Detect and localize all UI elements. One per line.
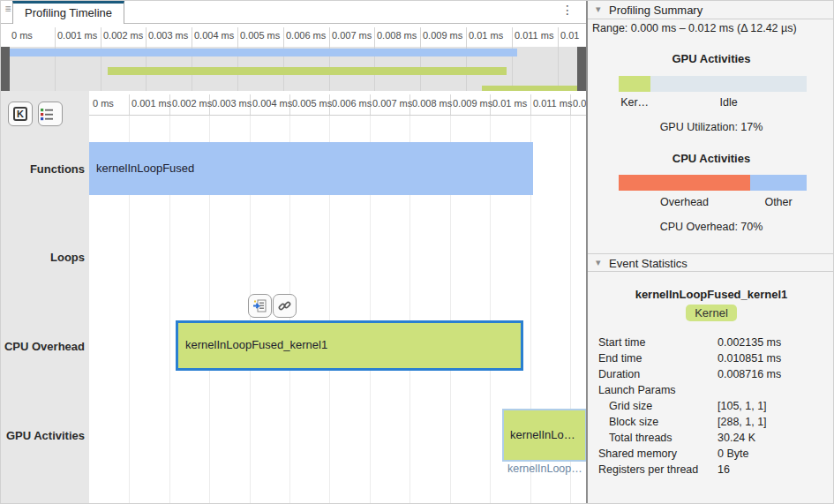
cpu-activities-title: CPU Activities bbox=[588, 152, 834, 165]
ruler-tick-label: 0.003 ms bbox=[148, 30, 188, 41]
summary-panel: ▾ Profiling Summary Range: 0.000 ms – 0.… bbox=[588, 1, 834, 504]
stat-label: Grid size bbox=[609, 400, 652, 412]
kebab-menu-icon[interactable]: ⋮ bbox=[560, 2, 575, 18]
event-statistics-title: Event Statistics bbox=[609, 257, 687, 270]
gpu-activities-bar bbox=[619, 76, 807, 92]
cpu-segment-labels: Overhead Other bbox=[619, 196, 807, 208]
stat-value: 0.008716 ms bbox=[718, 368, 781, 380]
stat-label: End time bbox=[598, 352, 642, 365]
gpu-segment-labels: Ker… Idle bbox=[619, 96, 807, 109]
gpu-activities-title: GPU Activities bbox=[588, 52, 834, 65]
stat-label: Total threads bbox=[609, 432, 672, 444]
ruler-tick-label: 0.008 ms bbox=[412, 98, 452, 109]
cpu-overhead-bar-selected[interactable]: kernelInLoopFused_kernel1 bbox=[176, 320, 523, 371]
gpu-kernel-label: Ker… bbox=[619, 96, 650, 109]
ruler-tick-label: 0.011 ms bbox=[515, 30, 553, 41]
colored-list-icon bbox=[39, 106, 55, 122]
row-label-functions: Functions bbox=[1, 162, 85, 176]
ruler-tick-label: 0.009 ms bbox=[453, 98, 492, 109]
stat-row: End time0.010851 ms bbox=[588, 352, 834, 368]
row-label-loops: Loops bbox=[1, 251, 85, 264]
range-handle-left[interactable] bbox=[1, 47, 10, 91]
ruler-tick-label: 0.01 bbox=[560, 30, 579, 41]
ruler-tick-label: 0.008 ms bbox=[377, 30, 417, 41]
ruler-tick-label: 0.001 ms bbox=[57, 30, 97, 41]
panel-divider[interactable] bbox=[586, 1, 588, 504]
stat-row: Launch Params bbox=[588, 384, 834, 400]
ruler-tick-label: 0.005 ms bbox=[292, 98, 332, 109]
stat-row: Block size[288, 1, 1] bbox=[588, 416, 834, 432]
stat-row: Shared memory0 Byte bbox=[588, 448, 834, 463]
ruler-tick-label: 0.005 ms bbox=[240, 30, 280, 41]
collapse-icon: ▾ bbox=[596, 257, 601, 268]
ruler-tick-label: 0.006 ms bbox=[286, 30, 326, 41]
ruler-tick-label: 0.007 ms bbox=[332, 30, 372, 41]
jump-to-source-icon bbox=[252, 298, 267, 313]
stat-label: Launch Params bbox=[598, 384, 676, 396]
cpu-other-segment bbox=[750, 175, 807, 191]
ruler-tick-label: 0.002 ms bbox=[103, 30, 143, 41]
event-name: kernelInLoopFused_kernel1 bbox=[588, 288, 834, 301]
cpu-overhead-label: Overhead bbox=[619, 196, 750, 208]
stat-value: 16 bbox=[718, 463, 730, 476]
stat-label: Block size bbox=[609, 416, 658, 428]
gpu-activity-bar[interactable]: kernelInLo… bbox=[502, 409, 587, 462]
ruler-tick-label: 0.002 ms bbox=[172, 98, 212, 109]
stat-value: 0 Byte bbox=[718, 448, 748, 460]
link-icon bbox=[277, 298, 292, 313]
profiling-summary-header[interactable]: ▾ Profiling Summary bbox=[588, 1, 834, 19]
ruler-tick-label: 0.003 ms bbox=[212, 98, 252, 109]
ruler-tick-label: 0.001 ms bbox=[131, 98, 171, 109]
gpu-idle-label: Idle bbox=[650, 96, 807, 109]
stat-value: 0.010851 ms bbox=[718, 352, 781, 365]
tab-profiling-timeline[interactable]: Profiling Timeline bbox=[12, 1, 124, 24]
cpu-other-label: Other bbox=[750, 196, 807, 208]
row-label-gpu-activities: GPU Activities bbox=[1, 429, 85, 442]
kernel-badge: Kernel bbox=[686, 305, 737, 321]
ruler-tick-label: 0 ms bbox=[11, 30, 33, 41]
overview-functions-bar bbox=[9, 49, 517, 56]
range-text: Range: 0.000 ms – 0.012 ms (Δ 12.42 µs) bbox=[592, 22, 797, 34]
profiling-timeline-window: ≡ Profiling Timeline ⋮ 0 ms 0.001 ms 0.0… bbox=[0, 0, 834, 504]
gpu-kernel-segment bbox=[619, 76, 650, 92]
stat-value: [105, 1, 1] bbox=[718, 400, 767, 412]
jump-to-source-button[interactable] bbox=[248, 294, 272, 318]
link-button[interactable] bbox=[273, 294, 297, 318]
range-handle-right[interactable] bbox=[577, 47, 586, 91]
row-label-cpu-overhead: CPU Overhead bbox=[1, 340, 85, 353]
kernel-letter-icon: K bbox=[13, 107, 27, 121]
ruler-tick-label: 0.011 ms bbox=[533, 98, 572, 109]
ruler-tick-label: 0.01 ms bbox=[469, 30, 503, 41]
event-statistics-header[interactable]: ▾ Event Statistics bbox=[588, 253, 834, 272]
stat-label: Shared memory bbox=[598, 448, 677, 460]
cpu-overhead-segment bbox=[619, 175, 750, 191]
ruler-tick-label: 0.009 ms bbox=[423, 30, 462, 41]
stat-label: Registers per thread bbox=[598, 463, 698, 476]
stat-row: Duration0.008716 ms bbox=[588, 368, 834, 384]
cpu-overhead-caption: CPU Overhead: 70% bbox=[588, 221, 834, 233]
stat-row: Total threads30.24 K bbox=[588, 432, 834, 448]
ruler-tick-label: 0.01 ms bbox=[492, 98, 527, 109]
ruler-tick-label: 0 ms bbox=[93, 98, 114, 109]
functions-bar[interactable]: kernelInLoopFused bbox=[89, 142, 533, 195]
gpu-activity-sub-label[interactable]: kernelInLoop… bbox=[507, 463, 582, 475]
stat-label: Start time bbox=[598, 336, 646, 349]
profiling-summary-title: Profiling Summary bbox=[609, 4, 703, 17]
kernel-filter-button[interactable]: K bbox=[8, 102, 33, 126]
stat-value: 0.002135 ms bbox=[718, 336, 781, 349]
ruler-tick-label: 0.007 ms bbox=[372, 98, 412, 109]
overview-chart[interactable] bbox=[1, 47, 587, 91]
cpu-activities-bar bbox=[619, 175, 807, 191]
event-type-badge-wrap: Kernel bbox=[588, 305, 834, 321]
ruler-tick-label: 0.006 ms bbox=[332, 98, 372, 109]
event-stats-table: Start time0.002135 ms End time0.010851 m… bbox=[588, 336, 834, 479]
stat-value: 30.24 K bbox=[718, 432, 755, 444]
ruler-tick-label: 0.004 ms bbox=[194, 30, 234, 41]
collapse-icon: ▾ bbox=[596, 4, 601, 15]
stat-row: Registers per thread16 bbox=[588, 463, 834, 479]
gpu-utilization-caption: GPU Utilization: 17% bbox=[588, 121, 834, 133]
overview-cpu-overhead-bar bbox=[108, 67, 507, 75]
legend-list-button[interactable] bbox=[38, 102, 63, 126]
stat-label: Duration bbox=[598, 368, 640, 380]
gpu-idle-segment bbox=[650, 76, 807, 92]
